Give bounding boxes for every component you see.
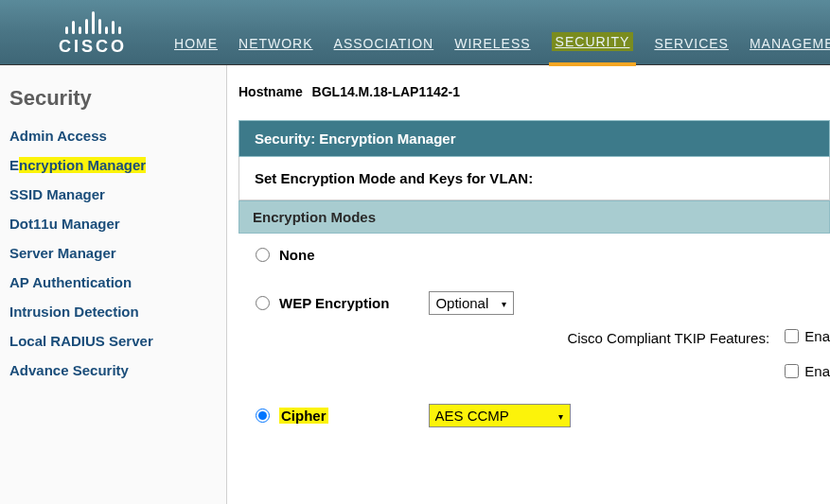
nav-management[interactable]: MANAGEMENT <box>750 36 830 51</box>
section-encryption-modes: Encryption Modes <box>238 200 830 234</box>
tkip-label: Cisco Compliant TKIP Features: <box>567 330 769 346</box>
panel-header: Security: Encryption Manager <box>238 120 830 157</box>
mode-cipher-label: Cipher <box>279 408 328 424</box>
tkip-checkbox-1[interactable] <box>785 329 799 343</box>
tkip-ena-2: Ena <box>804 363 830 379</box>
sidebar-item-ap-authentication[interactable]: AP Authentication <box>9 274 132 290</box>
cipher-select[interactable]: AES CCMP <box>429 404 571 427</box>
tkip-row: Cisco Compliant TKIP Features: Ena <box>238 315 830 346</box>
mode-wep-row: WEP Encryption Optional <box>238 263 830 315</box>
main-content: Hostname BGL14.M.18-LAP1142-1 Security: … <box>227 65 830 504</box>
tkip-ena-1: Ena <box>804 328 830 344</box>
sidebar-item-server-manager[interactable]: Server Manager <box>9 245 116 261</box>
sidebar-item-dot11u-manager[interactable]: Dot11u Manager <box>9 216 120 232</box>
top-nav: HOME NETWORK ASSOCIATION WIRELESS SECURI… <box>174 32 830 64</box>
sidebar-item-ssid-manager[interactable]: SSID Manager <box>9 186 105 202</box>
tkip-checkbox-2[interactable] <box>785 364 799 378</box>
mode-none-label: None <box>279 247 315 263</box>
mode-wep-label: WEP Encryption <box>279 295 389 311</box>
panel-subheader: Set Encryption Mode and Keys for VLAN: <box>238 157 830 200</box>
radio-none[interactable] <box>256 248 270 262</box>
sidebar-title: Security <box>9 86 211 111</box>
sidebar-item-encryption-manager[interactable]: ncryption Manager <box>19 157 146 173</box>
cisco-bars-icon <box>65 8 121 34</box>
sidebar-item-intrusion-detection[interactable]: Intrusion Detection <box>9 304 139 320</box>
hostname-value: BGL14.M.18-LAP1142-1 <box>312 84 460 99</box>
top-header: CISCO HOME NETWORK ASSOCIATION WIRELESS … <box>0 0 830 64</box>
hostname-line: Hostname BGL14.M.18-LAP1142-1 <box>238 84 830 99</box>
nav-association[interactable]: ASSOCIATION <box>334 36 434 51</box>
content-wrap: Security Admin Access Encryption Manager… <box>0 64 830 504</box>
brand-text: CISCO <box>59 37 127 57</box>
wep-mode-select[interactable]: Optional <box>429 291 514 315</box>
tkip-row-2: Ena <box>238 346 830 381</box>
radio-wep[interactable] <box>256 296 270 310</box>
mode-cipher-row: Cipher AES CCMP <box>238 381 830 427</box>
sidebar: Security Admin Access Encryption Manager… <box>0 65 227 504</box>
sidebar-item-advance-security[interactable]: Advance Security <box>9 362 129 378</box>
nav-services[interactable]: SERVICES <box>654 36 729 51</box>
nav-network[interactable]: NETWORK <box>238 36 313 51</box>
nav-wireless[interactable]: WIRELESS <box>454 36 530 51</box>
radio-cipher[interactable] <box>256 408 270 423</box>
nav-home[interactable]: HOME <box>174 36 218 51</box>
sidebar-item-admin-access[interactable]: Admin Access <box>9 128 107 144</box>
mode-none-row: None <box>238 234 830 263</box>
sidebar-item-local-radius-server[interactable]: Local RADIUS Server <box>9 333 153 349</box>
nav-security[interactable]: SECURITY <box>552 32 634 51</box>
cisco-logo: CISCO <box>59 8 127 57</box>
hostname-label: Hostname <box>238 84 303 99</box>
